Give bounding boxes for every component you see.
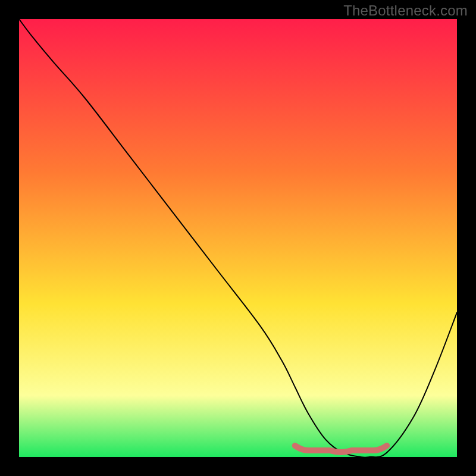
chart-frame: TheBottleneck.com — [0, 0, 476, 476]
gradient-background — [19, 19, 457, 457]
bottleneck-chart — [19, 19, 457, 457]
watermark: TheBottleneck.com — [343, 2, 468, 19]
